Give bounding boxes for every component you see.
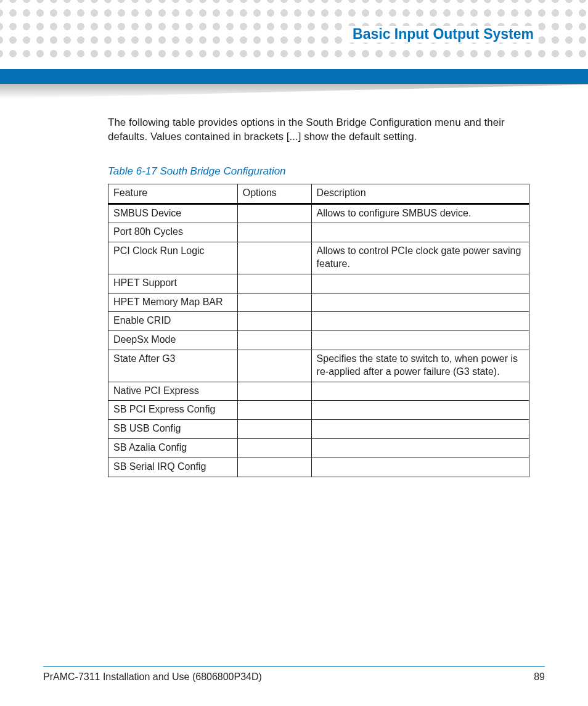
cell-feature: SMBUS Device [108, 203, 238, 223]
cell-feature: Enable CRID [108, 312, 238, 331]
cell-description [311, 293, 529, 312]
cell-options [237, 420, 311, 439]
cell-options [237, 312, 311, 331]
cell-feature: SB Serial IRQ Config [108, 458, 238, 477]
cell-feature: HPET Support [108, 274, 238, 293]
table-row: DeepSx Mode [108, 331, 529, 350]
cell-description: Specifies the state to switch to, when p… [311, 350, 529, 382]
col-feature: Feature [108, 184, 238, 203]
cell-feature: State After G3 [108, 350, 238, 382]
cell-description [311, 331, 529, 350]
table-header-row: Feature Options Description [108, 184, 529, 203]
section-title: Basic Input Output System [348, 26, 539, 43]
table-row: Native PCI Express [108, 382, 529, 401]
cell-description [311, 223, 529, 242]
cell-description [311, 274, 529, 293]
page-footer: PrAMC-7311 Installation and Use (6806800… [43, 666, 545, 683]
cell-feature: SB USB Config [108, 420, 238, 439]
footer-page-number: 89 [534, 671, 545, 683]
col-options: Options [237, 184, 311, 203]
col-description: Description [311, 184, 529, 203]
table-row: Enable CRID [108, 312, 529, 331]
table-row: SMBUS DeviceAllows to configure SMBUS de… [108, 203, 529, 223]
table-row: SB Azalia Config [108, 439, 529, 458]
cell-feature: SB PCI Express Config [108, 401, 238, 420]
table-row: SB PCI Express Config [108, 401, 529, 420]
cell-feature: SB Azalia Config [108, 439, 238, 458]
footer-doc-id: PrAMC-7311 Installation and Use (6806800… [43, 671, 262, 683]
cell-description [311, 382, 529, 401]
cell-description [311, 458, 529, 477]
cell-feature: Native PCI Express [108, 382, 238, 401]
cell-description: Allows to configure SMBUS device. [311, 203, 529, 223]
table-row: Port 80h Cycles [108, 223, 529, 242]
table-row: SB USB Config [108, 420, 529, 439]
header-blue-bar [0, 69, 588, 84]
cell-feature: PCI Clock Run Logic [108, 242, 238, 274]
cell-options [237, 223, 311, 242]
cell-description [311, 312, 529, 331]
header-gray-wedge [0, 84, 588, 99]
cell-options [237, 382, 311, 401]
config-table: Feature Options Description SMBUS Device… [108, 184, 529, 477]
cell-feature: DeepSx Mode [108, 331, 238, 350]
cell-description [311, 439, 529, 458]
cell-feature: Port 80h Cycles [108, 223, 238, 242]
cell-description [311, 420, 529, 439]
cell-options [237, 331, 311, 350]
cell-feature: HPET Memory Map BAR [108, 293, 238, 312]
table-row: HPET Support [108, 274, 529, 293]
cell-description: Allows to control PCIe clock gate power … [311, 242, 529, 274]
cell-options [237, 293, 311, 312]
cell-options [237, 401, 311, 420]
cell-options [237, 439, 311, 458]
cell-options [237, 458, 311, 477]
cell-options [237, 242, 311, 274]
table-row: HPET Memory Map BAR [108, 293, 529, 312]
table-caption: Table 6-17 South Bridge Configuration [108, 165, 533, 178]
page-content: The following table provides options in … [108, 116, 533, 477]
intro-paragraph: The following table provides options in … [108, 116, 533, 144]
table-row: State After G3Specifies the state to swi… [108, 350, 529, 382]
cell-options [237, 203, 311, 223]
table-row: PCI Clock Run LogicAllows to control PCI… [108, 242, 529, 274]
cell-options [237, 274, 311, 293]
table-row: SB Serial IRQ Config [108, 458, 529, 477]
cell-description [311, 401, 529, 420]
cell-options [237, 350, 311, 382]
